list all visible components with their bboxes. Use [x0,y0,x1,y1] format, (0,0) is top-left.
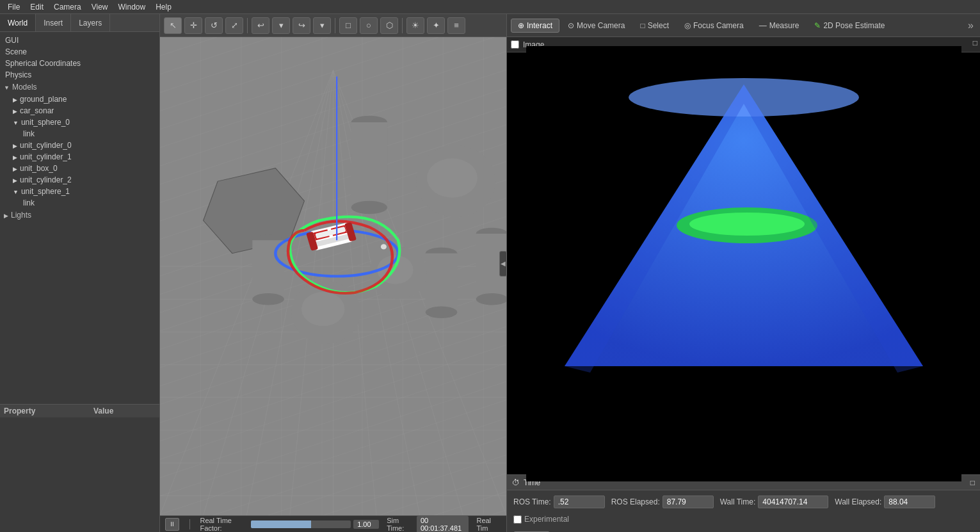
car-sonar-icon: ▶ [13,108,17,115]
sep2 [335,18,335,33]
tree-unit-cylinder-1[interactable]: ▶unit_cylinder_1 [0,151,159,163]
more-btn[interactable]: ≡ [447,17,465,34]
tab-layers[interactable]: Layers [71,14,110,31]
left-tabs: World Insert Layers [0,14,159,32]
left-panel: World Insert Layers GUI Scene Spherical … [0,14,160,532]
svg-rect-29 [426,254,458,312]
undo-btn[interactable]: ↩ [252,17,269,34]
cyl0-icon: ▶ [13,143,17,149]
property-col: Property [4,407,68,415]
tree-scene[interactable]: Scene [0,46,159,58]
toolbar: ↖ ✛ ↺ ⤢ ↩ ▾ ↪ ▾ □ ○ ⬡ ☀ ✦ ≡ [160,14,506,37]
status-bar: ⏸ Real Time Factor: 1.00 Sim Time: 00 00… [160,515,506,532]
tab-insert[interactable]: Insert [36,14,71,31]
collapse-arrow-btn[interactable]: ◀ [499,251,507,277]
image-checkbox[interactable] [511,40,519,49]
cylinder-btn[interactable]: ⬡ [380,17,398,34]
status-sep [189,519,190,529]
rtf-value: 1.00 [353,520,379,529]
rotate-tool-btn[interactable]: ↺ [205,17,223,34]
menu-camera[interactable]: Camera [49,1,86,13]
ros-time-input[interactable] [554,496,605,508]
time-panel: ⏱ Time □ ROS Time: ROS Elapsed: Wall Tim… [507,474,980,532]
wall-elapsed-input[interactable] [884,496,935,508]
ros-elapsed-label: ROS Elapsed: [611,497,660,506]
time-clock-icon: ⏱ [512,478,520,487]
tree-gui[interactable]: GUI [0,35,159,46]
translate-tool-btn[interactable]: ✛ [184,17,202,34]
time-minimize-btn[interactable]: □ [970,478,975,487]
lights-expand-icon: ▶ [4,213,8,219]
sep1 [247,18,248,33]
ros-time-field: ROS Time: [513,496,605,508]
viewport-3d[interactable] [160,37,506,515]
redo-dropdown[interactable]: ▾ [313,17,331,34]
experimental-checkbox[interactable] [513,515,522,524]
tree-ground-plane[interactable]: ▶ground_plane [0,93,159,105]
sphere-btn[interactable]: ○ [360,17,378,34]
ground-plane-icon: ▶ [13,97,17,103]
interact-label: Interact [527,21,552,30]
menu-view[interactable]: View [86,1,113,13]
select-tool-btn[interactable]: ↖ [164,17,182,34]
tree-lights[interactable]: ▶Lights [0,209,159,222]
expand-btn[interactable]: » [965,20,976,31]
light-btn[interactable]: ☀ [406,17,424,34]
tree-unit-sphere-1[interactable]: ▼unit_sphere_1 [0,186,159,197]
scale-tool-btn[interactable]: ⤢ [225,17,243,34]
real-time-label: Real Tim [476,517,501,532]
right-panel: ⊕ Interact ⊙ Move Camera □ Select ◎ Focu… [506,14,980,532]
menu-file[interactable]: File [3,1,25,13]
focus-camera-btn[interactable]: ◎ Focus Camera [677,19,751,33]
redo-btn[interactable]: ↪ [293,17,310,34]
focus-camera-icon: ◎ [684,21,691,30]
image-minimize-btn[interactable]: □ [973,38,977,47]
cyl2-icon: ▶ [13,177,17,184]
tree-unit-cylinder-2[interactable]: ▶unit_cylinder_2 [0,174,159,186]
menu-edit[interactable]: Edit [25,1,49,13]
rtf-label: Real Time Factor: [200,517,248,532]
pose-label: 2D Pose Estimate [823,21,885,30]
tree-sphere0-link[interactable]: link [0,128,159,140]
sim-time-label: Sim Time: [387,517,414,532]
undo-dropdown[interactable]: ▾ [272,17,290,34]
ros-elapsed-input[interactable] [663,496,714,508]
move-camera-icon: ⊙ [568,21,574,30]
sim-time-value: 00 00:01:37.481 [417,516,469,533]
measure-label: Measure [769,21,799,30]
svg-point-27 [476,293,506,305]
tree-unit-sphere-0[interactable]: ▼unit_sphere_0 [0,117,159,128]
tree-physics[interactable]: Physics [0,69,159,81]
pause-btn[interactable]: ⏸ [165,518,179,531]
menu-help[interactable]: Help [150,1,177,13]
tree-unit-cylinder-0[interactable]: ▶unit_cylinder_0 [0,140,159,151]
experimental-label: Experimental [524,515,569,524]
svg-point-47 [381,244,387,249]
box-btn[interactable]: □ [339,17,357,34]
svg-point-22 [351,201,387,214]
tree-sphere1-link[interactable]: link [0,197,159,209]
time-content: ROS Time: ROS Elapsed: Wall Time: Wall E… [507,490,980,529]
menu-window[interactable]: Window [113,1,151,13]
interact-btn[interactable]: ⊕ Interact [511,19,559,33]
svg-rect-21 [351,122,387,207]
interact-icon: ⊕ [518,21,524,30]
unit-sphere-0-icon: ▼ [13,120,19,126]
wall-time-field: Wall Time: [720,496,829,508]
tree-car-sonar[interactable]: ▶car_sonar [0,105,159,117]
tab-world[interactable]: World [0,14,36,31]
tree-spherical-coords[interactable]: Spherical Coordinates [0,58,159,69]
select-btn[interactable]: □ Select [633,19,676,33]
time-footer: Reset 31 fps [507,529,980,532]
pose-btn[interactable]: ✎ 2D Pose Estimate [807,19,892,33]
image-canvas-area[interactable]: ◀ [507,52,980,474]
tree-models[interactable]: ▼Models [0,81,159,93]
models-expand-icon: ▼ [4,85,10,91]
tree-unit-box-0[interactable]: ▶unit_box_0 [0,163,159,174]
move-camera-btn[interactable]: ⊙ Move Camera [561,19,632,33]
wall-time-input[interactable] [758,496,828,508]
scene-svg [160,37,506,515]
cyl1-icon: ▶ [13,154,17,161]
measure-btn[interactable]: — Measure [752,19,807,33]
particle-btn[interactable]: ✦ [427,17,445,34]
